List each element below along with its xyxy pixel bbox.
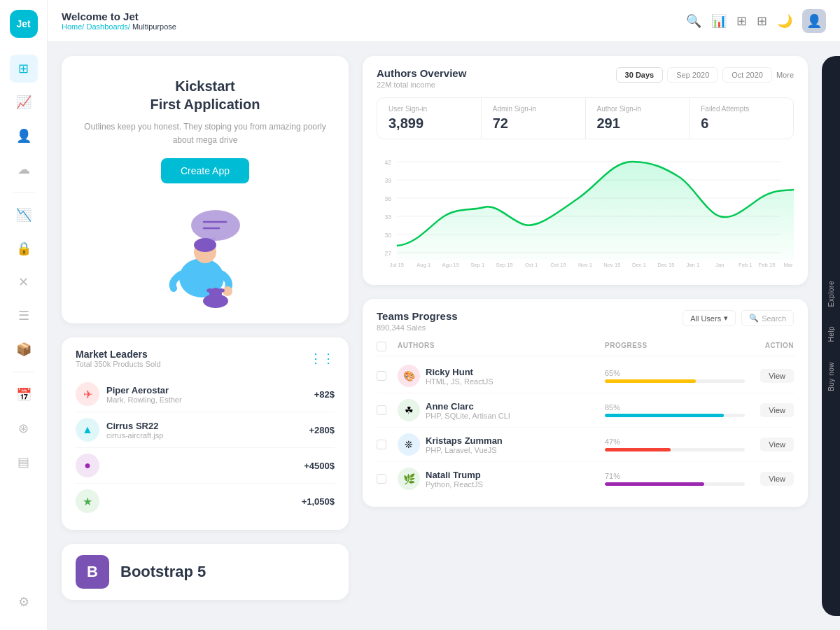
sidebar-item-chart[interactable]: 📉 <box>10 201 38 229</box>
search-icon: 🔍 <box>749 314 759 323</box>
sidebar-item-layers[interactable]: ⊛ <box>10 414 38 442</box>
svg-text:30: 30 <box>385 232 392 239</box>
svg-text:33: 33 <box>385 214 392 220</box>
sidebar-item-list[interactable]: ☰ <box>10 302 38 330</box>
svg-text:Feb 15: Feb 15 <box>759 262 776 268</box>
breadcrumb: Home/ Dashboards/ Multipurpose <box>62 22 176 31</box>
chart-area: 42 39 36 33 30 27 <box>377 148 794 274</box>
authors-subtitle: 22M total income <box>377 80 466 89</box>
search-box[interactable]: 🔍 Search <box>741 310 794 326</box>
create-app-button[interactable]: Create App <box>161 158 249 183</box>
row-checkbox[interactable] <box>377 405 386 415</box>
stat-failed-attempts: Failed Attempts 6 <box>690 98 793 139</box>
cloud-icon: ☁ <box>18 162 30 177</box>
team-avatar: ☘ <box>398 399 420 421</box>
progress-fill <box>605 379 696 383</box>
topbar-right: 🔍 📊 ⊞ ⊞ 🌙 👤 <box>686 9 826 33</box>
team-avatar: ❊ <box>398 433 420 456</box>
sidebar-item-settings[interactable]: ⚙ <box>10 588 38 616</box>
team-row: ❊ Kristaps Zumman PHP, Laravel, VueJS 47… <box>377 428 794 462</box>
authors-more[interactable]: More <box>776 71 794 79</box>
market-leaders-card: Market Leaders Total 350k Products Sold … <box>62 337 349 530</box>
team-progress: 71% <box>605 472 745 486</box>
sidebar-item-analytics[interactable]: 📈 <box>10 88 38 116</box>
teams-table-header: AUTHORS PROGRESS ACTION <box>377 337 794 356</box>
sidebar-item-lock[interactable]: 🔒 <box>10 234 38 262</box>
right-sidebar: Explore Help Buy now <box>822 56 840 616</box>
market-item: ✈ Piper Aerostar Mark, Rowling, Esther +… <box>76 377 335 412</box>
authors-title: Authors Overview <box>377 67 466 79</box>
svg-text:39: 39 <box>385 177 392 184</box>
left-column: Kickstart First Application Outlines kee… <box>62 56 349 616</box>
avatar[interactable]: 👤 <box>802 9 826 33</box>
market-item: ▲ Cirrus SR22 cirrus-aircraft.jsp +280$ <box>76 412 335 448</box>
moon-icon[interactable]: 🌙 <box>777 13 792 29</box>
analytics-icon: 📈 <box>16 94 31 110</box>
svg-text:Feb 1: Feb 1 <box>738 262 752 268</box>
apps-icon[interactable]: ⊞ <box>757 13 767 29</box>
svg-text:42: 42 <box>385 159 392 166</box>
market-subtitle: Total 350k Products Sold <box>76 360 161 368</box>
svg-text:Aug 1: Aug 1 <box>416 262 430 268</box>
progress-fill <box>605 482 704 486</box>
sidebar-item-dashboard[interactable]: ⊞ <box>10 55 38 83</box>
tab-30days[interactable]: 30 Days <box>616 67 664 83</box>
tab-oct2020[interactable]: Oct 2020 <box>722 67 772 83</box>
market-header: Market Leaders Total 350k Products Sold … <box>76 349 335 368</box>
list-icon: ☰ <box>18 308 29 323</box>
svg-point-0 <box>191 210 240 241</box>
layers-icon: ⊛ <box>18 421 29 436</box>
view-button[interactable]: View <box>760 403 794 417</box>
col-progress: PROGRESS <box>605 342 745 351</box>
box-icon: 📦 <box>16 342 31 357</box>
chart-bar-icon[interactable]: 📊 <box>711 13 727 29</box>
market-dots-icon[interactable]: ⋮⋮ <box>309 351 335 366</box>
row-checkbox[interactable] <box>377 474 386 484</box>
view-button[interactable]: View <box>760 369 794 383</box>
col-action: ACTION <box>745 342 794 351</box>
grid-icon[interactable]: ⊞ <box>736 13 747 29</box>
market-item: ★ +1,050$ <box>76 484 335 519</box>
teams-progress-card: Teams Progress 890,344 Sales All Users ▾… <box>363 299 808 507</box>
team-row: 🌿 Natali Trump Python, ReactJS 71% V <box>377 462 794 496</box>
row-checkbox[interactable] <box>377 371 386 381</box>
team-row: ☘ Anne Clarc PHP, SQLite, Artisan CLI 85… <box>377 393 794 428</box>
app-logo[interactable]: Jet <box>10 10 38 38</box>
teams-title: Teams Progress <box>377 310 458 322</box>
search-icon[interactable]: 🔍 <box>686 13 701 29</box>
market-item: ● +4500$ <box>76 448 335 484</box>
lock-icon: 🔒 <box>16 241 31 256</box>
team-avatar: 🎨 <box>398 365 420 387</box>
sidebar-item-users[interactable]: 👤 <box>10 122 38 150</box>
calendar-icon: 📅 <box>16 387 31 402</box>
help-tab[interactable]: Help <box>825 316 838 352</box>
all-users-dropdown[interactable]: All Users ▾ <box>682 310 736 326</box>
view-button[interactable]: View <box>760 472 794 486</box>
page-body: Kickstart First Application Outlines kee… <box>48 42 840 630</box>
svg-text:27: 27 <box>385 250 392 257</box>
bootstrap-text: Bootstrap 5 <box>120 563 206 581</box>
dashboard-icon: ⊞ <box>18 61 29 76</box>
kickstart-card: Kickstart First Application Outlines kee… <box>62 56 349 323</box>
team-progress: 65% <box>605 369 745 383</box>
buy-now-tab[interactable]: Buy now <box>825 352 838 401</box>
bootstrap-card: B Bootstrap 5 <box>62 544 349 600</box>
tab-sep2020[interactable]: Sep 2020 <box>667 67 718 83</box>
sidebar-item-template[interactable]: ▤ <box>10 448 38 476</box>
sidebar-item-close[interactable]: ✕ <box>10 268 38 296</box>
svg-point-11 <box>218 288 225 293</box>
topbar-left: Welcome to Jet Home/ Dashboards/ Multipu… <box>62 10 176 31</box>
svg-text:Sep 15: Sep 15 <box>496 262 513 268</box>
sidebar-item-cloud[interactable]: ☁ <box>10 155 38 183</box>
team-avatar: 🌿 <box>398 468 420 490</box>
svg-text:Mar 1: Mar 1 <box>783 262 794 268</box>
explore-tab[interactable]: Explore <box>825 271 838 316</box>
progress-fill <box>605 448 671 451</box>
view-button[interactable]: View <box>760 438 794 451</box>
select-all-checkbox[interactable] <box>377 342 386 351</box>
team-progress: 47% <box>605 438 745 451</box>
authors-header: Authors Overview 22M total income 30 Day… <box>377 67 794 89</box>
sidebar-item-calendar[interactable]: 📅 <box>10 381 38 409</box>
sidebar-item-box[interactable]: 📦 <box>10 335 38 363</box>
row-checkbox[interactable] <box>377 440 386 449</box>
